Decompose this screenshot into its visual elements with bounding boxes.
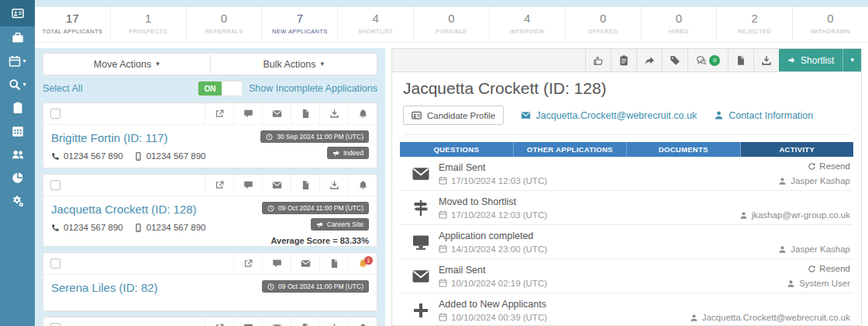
select-applicant-checkbox[interactable] [50,258,60,269]
tab-documents[interactable]: DOCUMENTS [627,142,741,157]
open-application-button[interactable] [205,317,233,326]
sidebar-item-contacts[interactable] [0,143,35,166]
calendar-icon [439,313,447,321]
card-body: Brigitte Fortin (ID: 117) 01234 567 890 … [43,125,377,168]
download-button[interactable] [319,317,348,326]
comments-button[interactable] [233,175,262,196]
download-button[interactable] [319,103,348,124]
stat-total-applicants[interactable]: 17TOTAL APPLICANTS [35,7,111,42]
stat-prospects[interactable]: 1PROSPECTS [111,7,187,42]
average-score: Average Score = 83.33% [271,236,369,245]
stats-top-strip [35,0,868,7]
thumbs-up-icon [593,55,604,66]
documents-button[interactable] [319,253,348,274]
stat-label: HIRED [642,28,717,35]
download-button[interactable] [319,175,348,196]
resend-link[interactable]: Resend [808,264,850,273]
bulk-actions-dropdown[interactable]: Bulk Actions▾ [211,54,377,75]
forward-button[interactable] [636,49,662,71]
sidebar-item-reports[interactable] [0,166,35,189]
activity-user: Jasper Kashap [778,176,850,186]
stat-shortlist[interactable]: 4SHORTLIST [338,7,414,42]
comment-icon [243,180,253,190]
refresh-icon [808,265,816,273]
comments-button[interactable] [233,103,262,124]
candidate-email-link[interactable]: Jacquetta.Crockett@webrecruit.co.uk [521,110,697,121]
shortlist-button[interactable]: Shortlist [779,49,842,71]
email-button[interactable] [262,103,291,124]
resend-link[interactable]: Resend [808,161,850,171]
user-icon [714,110,724,120]
move-actions-dropdown[interactable]: Move Actions▾ [43,54,211,75]
sidebar-item-applicants[interactable] [0,0,35,26]
stat-referrals[interactable]: 0REFERRALS [187,7,263,42]
stat-possible[interactable]: 0POSSIBLE [414,7,490,42]
sidebar-item-tasks[interactable] [0,96,35,120]
notifications-button[interactable] [348,317,377,326]
activity-main: Added to New Applicants 10/10/2024 00:39… [439,299,547,322]
documents-button[interactable] [291,103,319,124]
sidebar-item-schedule[interactable] [0,120,35,143]
select-all-link[interactable]: Select All [43,83,82,94]
tab-questions[interactable]: QUESTIONS [400,142,514,157]
stat-rejected[interactable]: 2REJECTED [717,7,793,42]
documents-button[interactable] [291,175,319,196]
messages-button[interactable]: 0 [687,49,728,71]
open-application-button[interactable] [233,253,262,274]
stat-hired[interactable]: 0HIRED [642,7,718,42]
notification-count-badge: 1 [364,256,373,265]
stat-interview[interactable]: 4INTERVIEW [490,7,566,42]
notifications-button[interactable] [348,103,377,124]
stat-offered[interactable]: 0OFFERED [566,7,642,42]
select-applicant-checkbox[interactable] [50,109,60,119]
user-icon [787,279,795,288]
select-applicant-checkbox[interactable] [50,323,60,326]
stat-withdrawn[interactable]: 0WITHDRAWN [793,7,868,42]
shortlist-dropdown-button[interactable]: ▾ [842,49,861,71]
activity-date: 17/10/2024 12:03 (UTC) [439,210,547,220]
clock-icon [266,134,273,140]
download-button[interactable] [753,49,779,71]
documents-button[interactable] [728,49,753,71]
file-icon [301,109,311,119]
activity-meta: Resend Jasper Kashap [778,161,850,186]
email-button[interactable] [262,175,291,196]
email-button[interactable] [291,253,319,274]
sidebar-item-calendar-menu[interactable]: ▾ [0,50,35,73]
stat-new-applicants[interactable]: 7NEW APPLICANTS [262,7,338,42]
sidebar-item-search-menu[interactable]: ▾ [0,73,35,96]
documents-button[interactable] [291,317,319,326]
comments-button[interactable] [262,253,291,274]
activity-title: Moved to Shortlist [439,196,547,207]
stat-label: POSSIBLE [414,28,489,35]
activity-date: 14/10/2024 23:00 (UTC) [439,244,547,254]
clipboard-icon [618,55,629,66]
tab-other-applications[interactable]: OTHER APPLICATIONS [514,142,628,157]
activity-main: Application completed 14/10/2024 23:00 (… [439,231,547,254]
show-incomplete-toggle[interactable]: ON [198,81,243,96]
candidate-profile-button[interactable]: Candidate Profile [403,106,504,125]
open-application-button[interactable] [205,175,233,196]
clock-icon [267,205,274,212]
phone-icon [51,152,60,161]
sidebar-item-settings[interactable] [0,189,35,213]
email-button[interactable] [262,317,291,326]
notifications-button[interactable] [348,175,377,196]
activity-list: Email Sent 17/10/2024 12:03 (UTC) Resend… [400,157,853,326]
pie-chart-icon [12,172,24,184]
calendar-icon [439,279,447,287]
comments-button[interactable] [233,317,262,326]
tab-activity[interactable]: ACTIVITY [741,142,854,157]
open-application-button[interactable] [205,103,233,124]
activity-date: 17/10/2024 12:03 (UTC) [439,176,547,186]
card-action-icons [205,175,377,196]
notifications-button[interactable]: 1 [348,253,377,274]
notes-button[interactable] [611,49,636,71]
tag-button[interactable] [662,49,687,71]
activity-row: Email Sent 10/10/2024 02:19 (UTC) Resend… [400,259,853,293]
stat-label: REFERRALS [187,28,262,35]
rate-candidate-button[interactable] [585,49,611,71]
sidebar-item-jobs[interactable] [0,26,35,50]
contact-information-link[interactable]: Contact Information [714,110,813,121]
select-applicant-checkbox[interactable] [50,180,60,190]
